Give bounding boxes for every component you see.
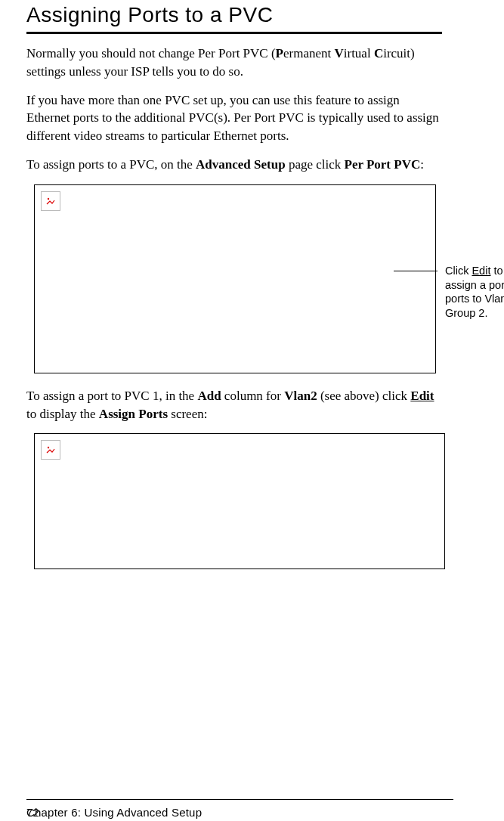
instruction-paragraph-1: To assign ports to a PVC, on the Advance…: [26, 156, 442, 174]
callout-leader-line: [394, 271, 438, 271]
page-heading: Assigning Ports to a PVC: [26, 3, 442, 27]
intro-paragraph-2: If you have more than one PVC set up, yo…: [26, 91, 442, 145]
footer-rule: [26, 799, 453, 800]
broken-image-icon: [41, 440, 60, 460]
svg-point-3: [48, 447, 49, 448]
page-footer: 72 Chapter 6: Using Advanced Setup: [26, 799, 481, 806]
screenshot-placeholder-1: [34, 184, 436, 373]
heading-rule: [26, 32, 442, 34]
callout-annotation: Click Edit to assign a port or ports to …: [445, 264, 504, 321]
chapter-title: Chapter 6: Using Advanced Setup: [26, 806, 202, 819]
svg-point-1: [48, 198, 49, 200]
intro-paragraph-1: Normally you should not change Per Port …: [26, 45, 442, 81]
instruction-paragraph-2: To assign a port to PVC 1, in the Add co…: [26, 387, 442, 423]
broken-image-icon: [41, 191, 60, 211]
screenshot-placeholder-2: [34, 433, 445, 569]
